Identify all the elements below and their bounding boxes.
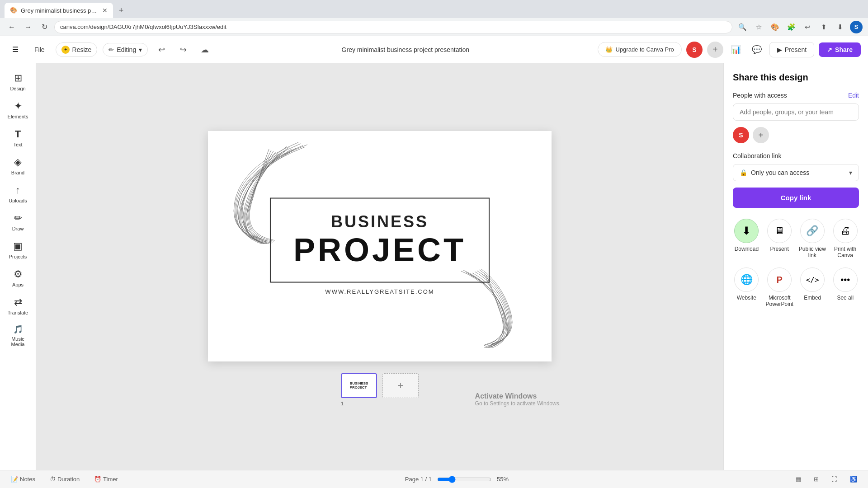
address-bar[interactable]: canva.com/design/DAGUXr7jhM0/qfwxol6fjpU… bbox=[54, 21, 732, 33]
browser-profile[interactable]: S bbox=[850, 21, 863, 33]
duration-button[interactable]: ⏱ Duration bbox=[46, 474, 83, 484]
sidebar-label-draw: Draw bbox=[12, 226, 24, 231]
download-icon-circle: ⬇ bbox=[734, 219, 759, 243]
see-all-option[interactable]: ••• See all bbox=[831, 267, 859, 307]
add-people-input[interactable] bbox=[733, 103, 859, 121]
notes-icon: 📝 bbox=[11, 476, 18, 483]
back-button[interactable]: ← bbox=[5, 21, 18, 33]
edit-access-link[interactable]: Edit bbox=[848, 92, 859, 99]
slide-thumbnail-1[interactable]: BUSINESSPROJECT bbox=[341, 373, 377, 398]
embed-option[interactable]: </> Embed bbox=[799, 267, 826, 307]
cloud-icon: ☁ bbox=[201, 45, 209, 55]
user-avatar-button[interactable]: S bbox=[686, 42, 703, 58]
history-back-button[interactable]: ↩ bbox=[801, 21, 814, 33]
new-tab-button[interactable]: + bbox=[115, 4, 127, 17]
apps-icon: ⚙ bbox=[14, 268, 23, 280]
access-dropdown[interactable]: 🔒 Only you can access ▾ bbox=[733, 164, 859, 181]
canvas-area[interactable]: Activate Windows Go to Settings to activ… bbox=[36, 63, 723, 470]
sidebar-item-draw[interactable]: ✏ Draw bbox=[2, 209, 34, 235]
undo-icon: ↩ bbox=[158, 45, 165, 55]
fullscreen-button[interactable]: ⛶ bbox=[828, 474, 841, 484]
download-option[interactable]: ⬇ Download bbox=[733, 219, 760, 258]
tile-view-button[interactable]: ⊞ bbox=[810, 474, 822, 484]
sidebar-label-translate: Translate bbox=[8, 310, 28, 315]
left-sidebar: ⊞ Design ✦ Elements T Text ◈ Brand ↑ Upl… bbox=[0, 63, 36, 470]
share-panel: Share this design People with access Edi… bbox=[723, 63, 868, 470]
editing-button[interactable]: ✏ Editing ▾ bbox=[103, 43, 148, 56]
sidebar-label-design: Design bbox=[10, 86, 25, 91]
present-button[interactable]: ▶ Present bbox=[769, 42, 814, 57]
magic-icon: ✦ bbox=[61, 46, 70, 54]
share-label: Share bbox=[835, 46, 853, 53]
sidebar-item-text[interactable]: T Text bbox=[2, 125, 34, 151]
present-label: Present bbox=[785, 46, 807, 53]
timer-button[interactable]: ⏰ Timer bbox=[90, 474, 122, 484]
tab-title: Grey minimalist business proje... bbox=[21, 7, 99, 14]
chevron-down-icon: ▾ bbox=[849, 169, 852, 176]
sidebar-item-elements[interactable]: ✦ Elements bbox=[2, 97, 34, 123]
sidebar-item-brand[interactable]: ◈ Brand bbox=[2, 153, 34, 179]
resize-button[interactable]: ✦ Resize bbox=[56, 42, 98, 57]
sidebar-item-apps[interactable]: ⚙ Apps bbox=[2, 265, 34, 291]
sidebar-item-uploads[interactable]: ↑ Uploads bbox=[2, 181, 34, 207]
redo-button[interactable]: ↪ bbox=[175, 42, 191, 58]
translate-icon: ⇄ bbox=[14, 296, 22, 308]
cloud-save-button[interactable]: ☁ bbox=[197, 42, 213, 58]
public-view-option[interactable]: 🔗 Public view link bbox=[799, 219, 826, 258]
notes-button[interactable]: 📝 Notes bbox=[7, 474, 39, 484]
zoom-slider[interactable] bbox=[437, 476, 491, 483]
canva-ext-button[interactable]: 🎨 bbox=[769, 21, 781, 33]
refresh-button[interactable]: ↻ bbox=[38, 21, 51, 33]
zoom-button[interactable]: 🔍 bbox=[736, 21, 749, 33]
browser-tab[interactable]: 🎨 Grey minimalist business proje... ✕ bbox=[5, 3, 113, 18]
sidebar-item-translate[interactable]: ⇄ Translate bbox=[2, 293, 34, 319]
grid-view-button[interactable]: ▦ bbox=[792, 474, 805, 484]
bookmark-button[interactable]: ☆ bbox=[752, 21, 765, 33]
website-option[interactable]: 🌐 Website bbox=[733, 267, 760, 307]
timer-icon: ⏰ bbox=[94, 476, 101, 483]
analytics-button[interactable]: 📊 bbox=[728, 42, 744, 58]
add-slide-button[interactable]: + bbox=[382, 373, 419, 398]
duration-label: Duration bbox=[57, 476, 80, 483]
forward-button[interactable]: → bbox=[22, 21, 34, 33]
add-user-button[interactable]: + bbox=[753, 127, 769, 143]
notes-label: Notes bbox=[20, 476, 35, 483]
undo-button[interactable]: ↩ bbox=[153, 42, 170, 58]
share-button[interactable]: ↗ Share bbox=[819, 42, 861, 57]
extensions-button[interactable]: 🧩 bbox=[785, 21, 797, 33]
canvas[interactable]: BUSINESS PROJECT WWW.REALLYGREATSITE.COM bbox=[208, 131, 552, 361]
user-avatar: S bbox=[733, 127, 749, 143]
add-collaborator-button[interactable]: + bbox=[707, 42, 723, 58]
print-option[interactable]: 🖨 Print with Canva bbox=[831, 219, 859, 258]
sidebar-item-projects[interactable]: ▣ Projects bbox=[2, 237, 34, 263]
menu-button[interactable]: ☰ bbox=[7, 42, 24, 58]
url-text: canva.com/design/DAGUXr7jhM0/qfwxol6fjpU… bbox=[60, 23, 226, 30]
powerpoint-option[interactable]: P Microsoft PowerPoint bbox=[766, 267, 793, 307]
draw-icon: ✏ bbox=[14, 212, 22, 224]
download-page-button[interactable]: ⬇ bbox=[834, 21, 846, 33]
sidebar-item-design[interactable]: ⊞ Design bbox=[2, 69, 34, 95]
uploads-icon: ↑ bbox=[15, 184, 20, 196]
upgrade-button[interactable]: 👑 Upgrade to Canva Pro bbox=[598, 42, 681, 57]
copy-link-button[interactable]: Copy link bbox=[733, 188, 859, 208]
main-content: ⊞ Design ✦ Elements T Text ◈ Brand ↑ Upl… bbox=[0, 63, 868, 470]
share-page-button[interactable]: ⬆ bbox=[817, 21, 830, 33]
file-button[interactable]: File bbox=[29, 43, 50, 56]
thumbnail-number: 1 bbox=[341, 401, 344, 406]
comments-button[interactable]: 💬 bbox=[749, 42, 765, 58]
tab-close-button[interactable]: ✕ bbox=[102, 7, 108, 14]
canvas-title: BUSINESS bbox=[293, 212, 466, 231]
hamburger-icon: ☰ bbox=[12, 45, 19, 54]
collab-link-label: Collaboration link bbox=[733, 152, 859, 160]
sidebar-item-music-media[interactable]: 🎵 Music Media bbox=[2, 321, 34, 351]
present-option[interactable]: 🖥 Present bbox=[766, 219, 793, 258]
sidebar-label-uploads: Uploads bbox=[9, 198, 27, 203]
canvas-subtitle: PROJECT bbox=[293, 231, 466, 268]
present-icon: ▶ bbox=[777, 46, 782, 53]
sidebar-label-elements: Elements bbox=[8, 114, 28, 119]
fullscreen-icon: ⛶ bbox=[831, 476, 837, 483]
accessibility-button[interactable]: ♿ bbox=[846, 474, 861, 484]
timer-label: Timer bbox=[103, 476, 118, 483]
sidebar-label-music: Music Media bbox=[5, 336, 31, 347]
embed-label: Embed bbox=[804, 295, 821, 301]
